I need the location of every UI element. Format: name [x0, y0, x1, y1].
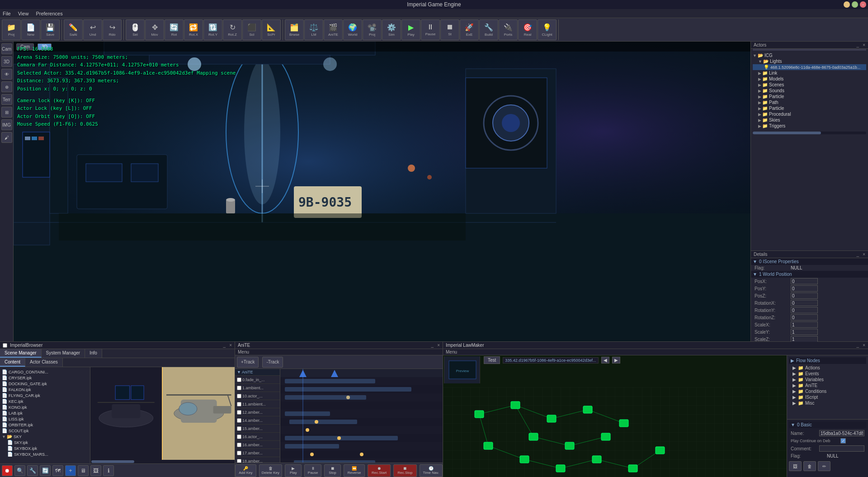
- ib-tab-content[interactable]: Content: [0, 358, 25, 367]
- anite-rec-start-button[interactable]: ⏺ Rec.Start: [368, 464, 391, 477]
- lm-item-variables[interactable]: ▶ 📁 Variables: [789, 377, 866, 383]
- anite-minimize-button[interactable]: _: [431, 343, 434, 348]
- anite-pause-button[interactable]: ⏸ Pause: [304, 464, 321, 477]
- menu-preferences[interactable]: Preferences: [36, 11, 62, 16]
- anite-stop-button[interactable]: ⏹ Stop: [324, 464, 341, 477]
- track-row-12[interactable]: 12.amber...: [235, 408, 280, 416]
- lm-menu-item[interactable]: Menu: [446, 349, 457, 354]
- lm-item-misc[interactable]: ▶ 📁 Misc: [789, 400, 866, 406]
- anite-add-key-button[interactable]: 🔑 Add Key: [235, 464, 256, 477]
- tree-item-lights[interactable]: ▼ 📂 Lights: [753, 58, 866, 64]
- anite-tree-header[interactable]: ▼ AniTE: [235, 369, 280, 376]
- toolbar-scl-button[interactable]: ⬛ Scl: [242, 19, 261, 40]
- track-cb-10[interactable]: [237, 394, 241, 398]
- details-minimize-button[interactable]: _: [857, 252, 859, 257]
- ib-monitor-button[interactable]: 🖥: [78, 465, 89, 476]
- tree-item-link[interactable]: ▶ 📁 Link: [753, 70, 866, 76]
- toolbar-real-button[interactable]: 🎯 Real: [518, 19, 537, 40]
- toolbar-anite-button[interactable]: 🎬 AniTE: [324, 19, 343, 40]
- track-row-18[interactable]: 18.amber...: [235, 457, 280, 463]
- sidebar-img-icon[interactable]: IMG: [1, 119, 12, 130]
- sidebar-snap-icon[interactable]: ⊕: [1, 81, 12, 92]
- details-input-scaley[interactable]: [791, 329, 818, 335]
- anite-add-track-button[interactable]: +Track: [237, 357, 259, 368]
- ib-tree-item-docking[interactable]: 📄 DOCKING_GATE.ipk: [2, 381, 88, 387]
- toolbar-lm-button[interactable]: ⚖️ LM: [304, 19, 323, 40]
- sidebar-cam-icon[interactable]: Cam: [1, 43, 12, 54]
- details-close-button[interactable]: ×: [863, 252, 865, 257]
- anite-reverse-button[interactable]: ⏪ Reverse: [344, 464, 365, 477]
- track-cb-17[interactable]: [237, 451, 241, 455]
- lm-play-continue-checkbox[interactable]: ✓: [840, 438, 846, 444]
- lm-minimize-button[interactable]: _: [857, 343, 859, 348]
- ib-info-button[interactable]: ℹ: [103, 465, 114, 476]
- track-cb-15[interactable]: [237, 426, 241, 431]
- ib-close-button[interactable]: ×: [229, 343, 232, 348]
- lm-props-header[interactable]: ▼ 0 Basic: [789, 421, 866, 428]
- sidebar-brush-icon[interactable]: 🖌: [1, 132, 12, 143]
- track-row-11[interactable]: 11.ambient...: [235, 400, 280, 408]
- toolbar-saal-button[interactable]: ✏️ SaAl: [64, 19, 83, 40]
- track-row-0[interactable]: 0.fade_in_...: [235, 376, 280, 384]
- details-section-1-header[interactable]: ▼ 1 World Position: [751, 271, 868, 278]
- ib-tab-info[interactable]: Info: [85, 349, 102, 358]
- tree-item-path[interactable]: ▶ 📁 Path: [753, 99, 866, 105]
- maximize-button[interactable]: □: [852, 1, 858, 8]
- toolbar-new-button[interactable]: 📄 New: [21, 19, 40, 40]
- tree-item-icg[interactable]: ▼ 📂 ICG: [753, 52, 866, 58]
- track-row-14[interactable]: 14.amber...: [235, 416, 280, 425]
- ib-tree-item-kec[interactable]: 📄 KEC.ipk: [2, 398, 88, 404]
- toolbar-exe-button[interactable]: 🚀 ExE: [460, 19, 479, 40]
- anite-menu-item[interactable]: Menu: [238, 349, 249, 354]
- ib-tree-item-flying-car[interactable]: 📄 FLYING_CAR.ipk: [2, 392, 88, 398]
- lm-test-button[interactable]: Test: [484, 356, 500, 364]
- details-input-roty[interactable]: [791, 307, 818, 313]
- track-row-15[interactable]: 15.amber...: [235, 425, 280, 433]
- ib-window-checkbox[interactable]: [3, 343, 7, 348]
- actors-minimize-button[interactable]: _: [857, 43, 859, 47]
- lm-next-button[interactable]: ▶: [612, 357, 620, 364]
- toolbar-play-button[interactable]: ▶ Play: [401, 19, 420, 40]
- toolbar-scpr-button[interactable]: 📐 ScPr: [262, 19, 281, 40]
- ib-tab-actor-classes[interactable]: Actor Classes: [25, 358, 63, 367]
- ib-search-button[interactable]: 🔍: [14, 465, 25, 476]
- menu-file[interactable]: File: [3, 11, 11, 16]
- toolbar-undo-button[interactable]: ↩ Und: [83, 19, 102, 40]
- tree-item-triggers[interactable]: ▶ 📁 Triggers: [753, 123, 866, 129]
- anite-play-button[interactable]: ▶ Play: [285, 464, 302, 477]
- anite-timenav-button[interactable]: 🕐 Time Nav.: [420, 464, 443, 477]
- details-input-posy[interactable]: [791, 285, 818, 292]
- tree-item-procedural[interactable]: ▶ 📁 Procedural: [753, 111, 866, 117]
- toolbar-browse-button[interactable]: 🗂️ Brwse: [285, 19, 304, 40]
- ib-tree-item-cargo[interactable]: 📄 CARGO_CONTAINI...: [2, 369, 88, 375]
- toolbar-proj-button[interactable]: 📁 Proj: [2, 19, 21, 40]
- sidebar-eye-icon[interactable]: 👁: [1, 69, 12, 80]
- ib-tree-item-lab[interactable]: 📄 LAB.ipk: [2, 410, 88, 416]
- anite-close-button[interactable]: ×: [437, 343, 440, 348]
- lm-item-iscript[interactable]: ▶ 📁 IScript: [789, 394, 866, 400]
- lm-comment-input[interactable]: [819, 445, 864, 452]
- ib-tree-item-liss[interactable]: 📄 LISS.ipk: [2, 416, 88, 422]
- lm-item-conditions[interactable]: ▶ 📁 Conditions: [789, 388, 866, 394]
- toolbar-sel-button[interactable]: 🖱️ Sel: [126, 19, 145, 40]
- track-row-10[interactable]: 10.actor_...: [235, 392, 280, 400]
- ib-tab-system-manager[interactable]: System Manager: [42, 349, 85, 358]
- details-input-posx[interactable]: [791, 278, 818, 284]
- details-input-rotz[interactable]: [791, 314, 818, 321]
- lm-close-button[interactable]: ×: [863, 343, 865, 348]
- track-cb-16b[interactable]: [237, 443, 241, 447]
- toolbar-save-button[interactable]: 💾 Save: [41, 19, 60, 40]
- track-row-16a[interactable]: 16.actor_...: [235, 433, 280, 441]
- ib-tab-scene-manager[interactable]: Scene Manager: [0, 349, 42, 358]
- toolbar-rotx-button[interactable]: 🔁 Rot.X: [184, 19, 203, 40]
- viewport[interactable]: 9B-9035: [14, 42, 750, 341]
- anite-timeline-area[interactable]: [280, 369, 443, 463]
- toolbar-rot-button[interactable]: 🔄 Rot: [165, 19, 184, 40]
- ib-tools-button[interactable]: 🔧: [27, 465, 38, 476]
- ib-tree-item-skybox-mars[interactable]: 📄 SKYBOX_MARS...: [2, 451, 88, 457]
- lm-props-btn3[interactable]: ✏: [818, 461, 830, 471]
- ib-record-button[interactable]: ⏺: [2, 465, 13, 476]
- lm-prev-button[interactable]: ◀: [601, 357, 609, 364]
- tree-item-particle1[interactable]: ▶ 📁 Particle: [753, 94, 866, 99]
- details-section-0-header[interactable]: ▼ 0 IScene Properties: [751, 258, 868, 265]
